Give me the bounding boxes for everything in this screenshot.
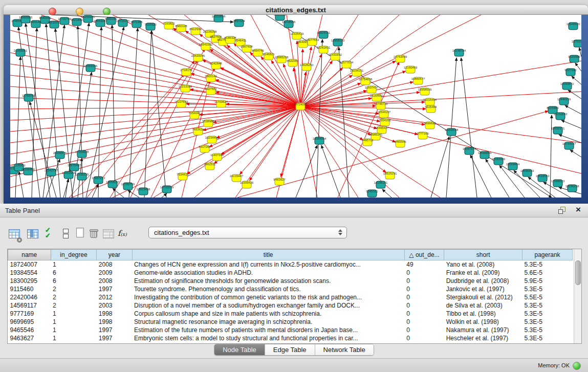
delete-table-button[interactable] bbox=[87, 226, 101, 242]
tab-network-table[interactable]: Network Table bbox=[315, 344, 374, 355]
table-cell[interactable]: Embryonic stem cells: a model to study s… bbox=[132, 334, 404, 342]
table-cell[interactable]: 1 bbox=[51, 326, 97, 334]
table-cell[interactable]: 5.3E-5 bbox=[522, 301, 573, 310]
table-cell[interactable]: 2 bbox=[51, 301, 97, 310]
table-cell[interactable]: 9115460 bbox=[8, 285, 51, 293]
table-cell[interactable]: 0 bbox=[404, 334, 444, 342]
table-cell[interactable]: 18300295 bbox=[8, 277, 51, 285]
table-cell[interactable]: Nakamura et al. (1997) bbox=[444, 326, 522, 334]
table-cell[interactable]: 5.3E-5 bbox=[522, 334, 573, 342]
table-cell[interactable]: 1998 bbox=[97, 318, 132, 326]
column-header-short[interactable]: short bbox=[444, 250, 522, 260]
table-cell[interactable]: 0 bbox=[404, 285, 444, 293]
table-cell[interactable]: 2008 bbox=[97, 260, 132, 269]
create-table-button[interactable] bbox=[73, 226, 88, 242]
table-cell[interactable]: 0 bbox=[404, 277, 444, 285]
table-cell[interactable]: 5.3E-5 bbox=[522, 326, 573, 334]
tab-edge-table[interactable]: Edge Table bbox=[265, 344, 315, 355]
column-header-pagerank[interactable]: pagerank bbox=[522, 250, 573, 260]
import-table-button[interactable] bbox=[101, 226, 116, 242]
table-row[interactable]: 2242004622012Investigating the contribut… bbox=[8, 293, 573, 301]
table-cell[interactable]: Hescheler et al. (1997) bbox=[444, 334, 522, 342]
table-cell[interactable]: 1 bbox=[51, 260, 97, 269]
tab-node-table[interactable]: Node Table bbox=[214, 344, 265, 355]
table-cell[interactable]: 5.3E-5 bbox=[522, 310, 573, 318]
table-cell[interactable]: 19384554 bbox=[8, 269, 51, 277]
column-header-out_de[interactable]: △ out_de... bbox=[404, 250, 444, 260]
table-cell[interactable]: 1998 bbox=[97, 310, 132, 318]
table-cell[interactable]: 2003 bbox=[97, 301, 132, 310]
table-cell[interactable]: 6 bbox=[51, 277, 97, 285]
table-cell[interactable]: de Silva et al. (2003) bbox=[444, 301, 522, 310]
table-row[interactable]: 1938455462009Genome-wide association stu… bbox=[8, 269, 573, 277]
table-cell[interactable]: 9699695 bbox=[8, 318, 51, 326]
float-panel-icon[interactable] bbox=[558, 207, 565, 214]
table-cell[interactable]: 0 bbox=[404, 293, 444, 301]
table-row[interactable]: 969969511998Structural magnetic resonanc… bbox=[8, 318, 573, 326]
table-cell[interactable]: Estimation of the future numbers of pati… bbox=[132, 326, 404, 334]
network-window-titlebar[interactable]: citations_edges.txt bbox=[4, 5, 588, 15]
column-header-in_degree[interactable]: in_degree bbox=[51, 250, 97, 260]
table-cell[interactable]: 1 bbox=[51, 334, 97, 342]
table-cell[interactable]: Wolkin et al. (1998) bbox=[444, 318, 522, 326]
column-header-name[interactable]: name bbox=[8, 250, 51, 260]
row-height-button[interactable] bbox=[59, 226, 73, 242]
table-cell[interactable]: Tourette syndrome. Phenomenology and cla… bbox=[132, 285, 404, 293]
table-cell[interactable]: Structural magnetic resonance image aver… bbox=[132, 318, 404, 326]
table-row[interactable]: 946554611997Estimation of the future num… bbox=[8, 326, 573, 334]
table-cell[interactable]: 0 bbox=[404, 310, 444, 318]
table-cell[interactable]: 0 bbox=[404, 318, 444, 326]
table-cell[interactable]: 0 bbox=[404, 301, 444, 310]
table-cell[interactable]: Dudbridge et al. (2008) bbox=[444, 277, 522, 285]
scrollbar-thumb[interactable] bbox=[575, 260, 581, 285]
table-cell[interactable]: 14569117 bbox=[8, 301, 51, 310]
table-selector-dropdown[interactable]: citations_edges.txt bbox=[148, 227, 347, 238]
table-cell[interactable]: 5.5E-5 bbox=[522, 293, 573, 301]
table-cell[interactable]: Genome-wide association studies in ADHD. bbox=[132, 269, 404, 277]
table-cell[interactable]: Investigating the contribution of common… bbox=[132, 293, 404, 301]
table-cell[interactable]: 2012 bbox=[97, 293, 132, 301]
table-row[interactable]: 1456911722003Disruption of a novel membe… bbox=[8, 301, 573, 310]
table-cell[interactable]: 1997 bbox=[97, 326, 132, 334]
table-cell[interactable]: 1 bbox=[51, 310, 97, 318]
table-settings-button[interactable] bbox=[7, 226, 21, 242]
network-graph-canvas[interactable]: 2740552189939552069140694406612051035111… bbox=[10, 15, 581, 198]
table-cell[interactable]: Corpus callosum shape and size in male p… bbox=[132, 310, 404, 318]
table-cell[interactable]: 9777169 bbox=[8, 310, 51, 318]
column-header-year[interactable]: year bbox=[97, 250, 132, 260]
table-cell[interactable]: Stergiakouli et al. (2012) bbox=[444, 293, 522, 301]
table-cell[interactable]: Changes of HCN gene expression and I(f) … bbox=[132, 260, 404, 269]
table-row[interactable]: 946362711997Embryonic stem cells: a mode… bbox=[8, 334, 573, 342]
table-cell[interactable]: 18724007 bbox=[8, 260, 51, 269]
table-cell[interactable]: 2009 bbox=[97, 269, 132, 277]
column-header-title[interactable]: title bbox=[132, 250, 404, 260]
column-edit-button[interactable] bbox=[26, 226, 40, 242]
table-row[interactable]: 911546021997Tourette syndrome. Phenomeno… bbox=[8, 285, 573, 293]
table-row[interactable]: 977716911998Corpus callosum shape and si… bbox=[8, 310, 573, 318]
table-cell[interactable]: 6 bbox=[51, 269, 97, 277]
table-cell[interactable]: 5.3E-5 bbox=[522, 285, 573, 293]
table-cell[interactable]: 1 bbox=[51, 318, 97, 326]
table-cell[interactable]: 5.6E-5 bbox=[522, 269, 573, 277]
table-cell[interactable]: 9465546 bbox=[8, 326, 51, 334]
table-cell[interactable]: 5.3E-5 bbox=[522, 318, 573, 326]
table-cell[interactable]: 0 bbox=[404, 326, 444, 334]
table-cell[interactable]: Disruption of a novel member of a sodium… bbox=[132, 301, 404, 310]
table-row[interactable]: 1872400712008Changes of HCN gene express… bbox=[8, 260, 573, 269]
table-cell[interactable]: 49 bbox=[404, 260, 444, 269]
table-cell[interactable]: 5.9E-5 bbox=[522, 277, 573, 285]
table-cell[interactable]: 1997 bbox=[97, 285, 132, 293]
table-cell[interactable]: 2 bbox=[51, 293, 97, 301]
table-cell[interactable]: 2 bbox=[51, 285, 97, 293]
table-cell[interactable]: Franke et al. (2009) bbox=[444, 269, 522, 277]
table-cell[interactable]: Jankovic et al. (1997) bbox=[444, 285, 522, 293]
table-cell[interactable]: 1997 bbox=[97, 334, 132, 342]
table-cell[interactable]: 0 bbox=[404, 269, 444, 277]
table-cell[interactable]: 22420046 bbox=[8, 293, 51, 301]
table-vertical-scrollbar[interactable] bbox=[574, 249, 581, 343]
table-cell[interactable]: Tibbo et al. (1998) bbox=[444, 310, 522, 318]
table-cell[interactable]: Yano et al. (2008) bbox=[444, 260, 522, 269]
table-cell[interactable]: Estimation of significance thresholds fo… bbox=[132, 277, 404, 285]
select-columns-button[interactable]: ✓✓ bbox=[44, 226, 58, 242]
table-cell[interactable]: 2008 bbox=[97, 277, 132, 285]
